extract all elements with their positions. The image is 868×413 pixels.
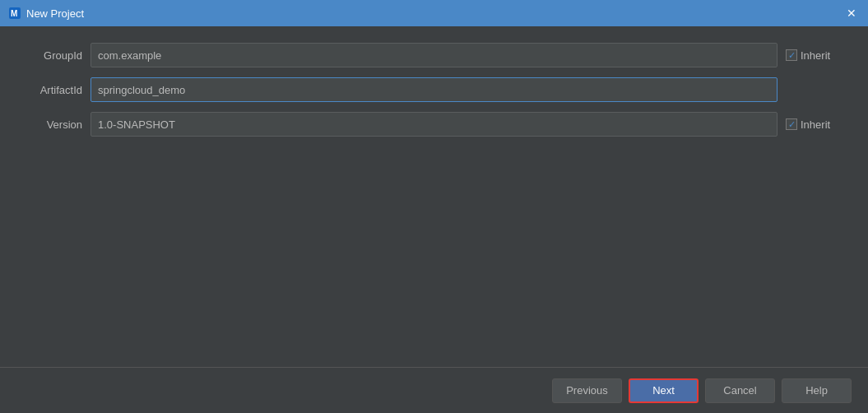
groupid-row: GroupId Inherit bbox=[16, 43, 852, 67]
groupid-inherit-area: Inherit bbox=[786, 49, 852, 62]
dialog-content: GroupId Inherit ArtifactId Version bbox=[0, 26, 868, 367]
dialog-footer: Previous Next Cancel Help bbox=[0, 367, 868, 413]
version-row: Version Inherit bbox=[16, 112, 852, 137]
groupid-inherit-checkbox[interactable] bbox=[786, 49, 797, 61]
title-bar: M New Project ✕ bbox=[0, 0, 868, 26]
groupid-input[interactable] bbox=[91, 43, 777, 67]
help-button[interactable]: Help bbox=[782, 378, 852, 403]
version-inherit-label: Inherit bbox=[801, 118, 830, 131]
svg-text:M: M bbox=[11, 9, 17, 18]
next-button[interactable]: Next bbox=[629, 378, 699, 403]
version-label: Version bbox=[16, 118, 82, 131]
groupid-label: GroupId bbox=[16, 49, 82, 62]
version-input[interactable] bbox=[91, 112, 777, 137]
close-button[interactable]: ✕ bbox=[843, 5, 860, 21]
new-project-dialog: M New Project ✕ GroupId Inherit Artifact… bbox=[0, 0, 868, 413]
artifactid-row: ArtifactId bbox=[16, 77, 852, 102]
cancel-button[interactable]: Cancel bbox=[705, 378, 775, 403]
dialog-title: New Project bbox=[26, 7, 843, 20]
form-area: GroupId Inherit ArtifactId Version bbox=[16, 43, 852, 137]
artifactid-input[interactable] bbox=[91, 77, 777, 102]
app-icon: M bbox=[8, 7, 21, 20]
version-inherit-checkbox[interactable] bbox=[786, 118, 797, 130]
groupid-inherit-label: Inherit bbox=[801, 49, 830, 62]
version-inherit-area: Inherit bbox=[786, 118, 852, 131]
previous-button[interactable]: Previous bbox=[552, 378, 622, 403]
artifactid-label: ArtifactId bbox=[16, 84, 82, 96]
